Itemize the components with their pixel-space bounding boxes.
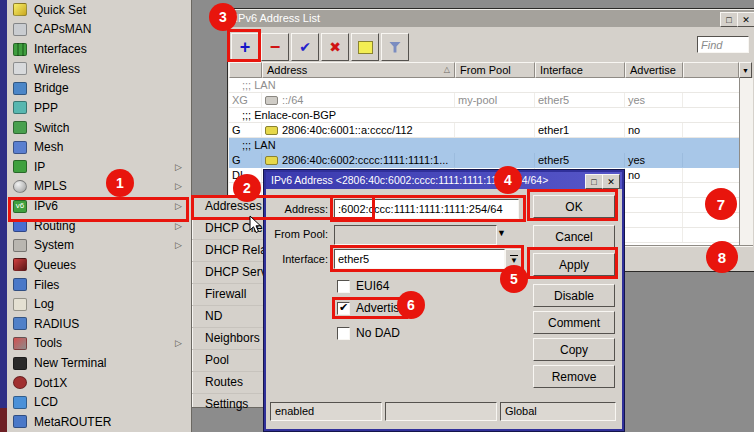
remove-icon: − xyxy=(270,40,281,54)
sidebar-item-mesh[interactable]: Mesh xyxy=(7,137,191,157)
column-header-flags[interactable] xyxy=(229,62,262,78)
callout-5: 5 xyxy=(500,265,528,293)
submenu-arrow-icon: ▷ xyxy=(175,338,182,348)
sidebar-item-label: Wireless xyxy=(34,62,80,76)
sidebar-item-label: Log xyxy=(34,297,54,311)
advertise-checkbox[interactable] xyxy=(337,302,350,315)
from-pool-dropdown-arrow-icon[interactable]: ▼ xyxy=(497,228,506,238)
remove-button[interactable]: Remove xyxy=(533,365,615,388)
queues-icon xyxy=(13,258,27,271)
sidebar-item-lcd[interactable]: LCD xyxy=(7,393,191,413)
close-button[interactable]: ✕ xyxy=(737,12,754,27)
sidebar-item-label: Mesh xyxy=(34,140,63,154)
table-row[interactable]: XG ::/64 my-pool ether5 yes xyxy=(229,93,739,108)
add-icon: + xyxy=(240,39,251,55)
column-header-interface[interactable]: Interface xyxy=(535,62,625,78)
sidebar-item-interfaces[interactable]: Interfaces xyxy=(7,39,191,59)
dropdown-list-icon: ▼ xyxy=(510,255,518,265)
status-scope: Global xyxy=(500,402,616,421)
winbox-screen: Quick Set CAPsMAN Interfaces Wireless Br… xyxy=(0,0,754,432)
quick-set-icon xyxy=(13,3,27,16)
switch-icon xyxy=(13,121,27,134)
routing-icon xyxy=(13,219,27,232)
dialog-maximize-button[interactable]: □ xyxy=(585,174,603,189)
sidebar-item-dot1x[interactable]: Dot1X xyxy=(7,373,191,393)
callout-4: 4 xyxy=(494,166,522,194)
sidebar-item-ipv6[interactable]: IPv6▷ xyxy=(7,196,191,216)
dialog-close-button[interactable]: ✕ xyxy=(602,174,620,189)
no-dad-checkbox[interactable] xyxy=(337,327,350,340)
sidebar-item-new-terminal[interactable]: New Terminal xyxy=(7,353,191,373)
sidebar-item-label: MetaROUTER xyxy=(34,415,111,429)
close-icon: ✕ xyxy=(742,15,750,25)
sidebar-item-label: Interfaces xyxy=(34,42,87,56)
from-pool-dropdown[interactable] xyxy=(334,225,497,245)
window-titlebar[interactable]: IPv6 Address List xyxy=(229,10,754,27)
sidebar-item-label: IPv6 xyxy=(34,199,58,213)
sidebar-item-capsman[interactable]: CAPsMAN xyxy=(7,20,191,40)
column-header-advertise[interactable]: Advertise xyxy=(625,62,683,78)
table-row-comment-selected[interactable]: ;;; LAN xyxy=(229,138,739,153)
apply-button[interactable]: Apply xyxy=(533,253,615,276)
table-row-selected[interactable]: G 2806:40c:6002:cccc:1111:1111:1... ethe… xyxy=(229,153,739,168)
sidebar-item-label: PPP xyxy=(34,101,58,115)
column-select-button[interactable]: ▼ xyxy=(739,62,752,78)
table-row-comment[interactable]: ;;; Enlace-con-BGP xyxy=(229,108,739,123)
sidebar-item-tools[interactable]: Tools▷ xyxy=(7,334,191,354)
remove-button[interactable]: − xyxy=(261,33,289,61)
sidebar-item-files[interactable]: Files xyxy=(7,275,191,295)
sidebar-item-metarouter[interactable]: MetaROUTER xyxy=(7,412,191,432)
filter-button[interactable] xyxy=(381,33,409,61)
mpls-icon xyxy=(13,180,27,193)
enable-button[interactable]: ✔ xyxy=(291,33,319,61)
sidebar-item-quick-set[interactable]: Quick Set xyxy=(7,0,191,20)
callout-7: 7 xyxy=(705,188,737,220)
ok-button[interactable]: OK xyxy=(533,195,615,218)
disable-button[interactable]: ✖ xyxy=(321,33,349,61)
column-header-from-pool[interactable]: From Pool xyxy=(455,62,535,78)
sidebar-item-log[interactable]: Log xyxy=(7,294,191,314)
sidebar-item-label: RADIUS xyxy=(34,317,79,331)
eui64-checkbox[interactable] xyxy=(337,280,350,293)
sidebar-item-radius[interactable]: RADIUS xyxy=(7,314,191,334)
dialog-titlebar[interactable]: IPv6 Address <2806:40c:6002:cccc:1111:11… xyxy=(266,172,622,189)
table-row[interactable]: G 2806:40c:6001::a:cccc/112 ether1 no xyxy=(229,123,739,138)
sidebar-item-label: Files xyxy=(34,278,59,292)
submenu-arrow-icon: ▷ xyxy=(175,181,182,191)
comment-button[interactable] xyxy=(351,33,379,61)
sidebar-item-wireless[interactable]: Wireless xyxy=(7,59,191,79)
sort-ascending-icon: △ xyxy=(444,63,450,77)
address-icon xyxy=(265,126,278,135)
maximize-button[interactable]: □ xyxy=(720,12,738,27)
column-header-extra[interactable] xyxy=(683,62,739,78)
sidebar-item-system[interactable]: System▷ xyxy=(7,236,191,256)
sidebar-item-mpls[interactable]: MPLS▷ xyxy=(7,177,191,197)
vertical-scrollbar[interactable] xyxy=(739,78,753,245)
sidebar-item-label: LCD xyxy=(34,395,58,409)
sidebar-item-queues[interactable]: Queues xyxy=(7,255,191,275)
interface-combobox[interactable]: ether5 xyxy=(334,249,505,269)
comment-button[interactable]: Comment xyxy=(533,311,615,334)
address-input[interactable] xyxy=(334,199,519,219)
comment-note-icon xyxy=(358,41,373,54)
find-input[interactable] xyxy=(697,36,749,53)
ip-icon xyxy=(13,160,27,173)
sidebar-item-ip[interactable]: IP▷ xyxy=(7,157,191,177)
sidebar-item-bridge[interactable]: Bridge xyxy=(7,79,191,99)
cancel-button[interactable]: Cancel xyxy=(533,225,615,248)
chevron-down-icon: ▼ xyxy=(742,67,749,74)
disable-button[interactable]: Disable xyxy=(533,284,615,307)
sidebar-item-routing[interactable]: Routing▷ xyxy=(7,216,191,236)
system-icon xyxy=(13,239,27,252)
table-header: Address△ From Pool Interface Advertise xyxy=(229,62,739,78)
callout-2: 2 xyxy=(233,174,261,202)
copy-button[interactable]: Copy xyxy=(533,338,615,361)
callout-8: 8 xyxy=(706,241,738,273)
window-title: IPv6 Address List xyxy=(235,12,320,24)
column-header-address[interactable]: Address△ xyxy=(262,62,455,78)
sidebar-item-ppp[interactable]: PPP xyxy=(7,98,191,118)
sidebar-item-switch[interactable]: Switch xyxy=(7,118,191,138)
interface-label: Interface: xyxy=(266,253,328,266)
table-row-comment[interactable]: ;;; LAN xyxy=(229,78,739,93)
add-button[interactable]: + xyxy=(231,33,259,61)
